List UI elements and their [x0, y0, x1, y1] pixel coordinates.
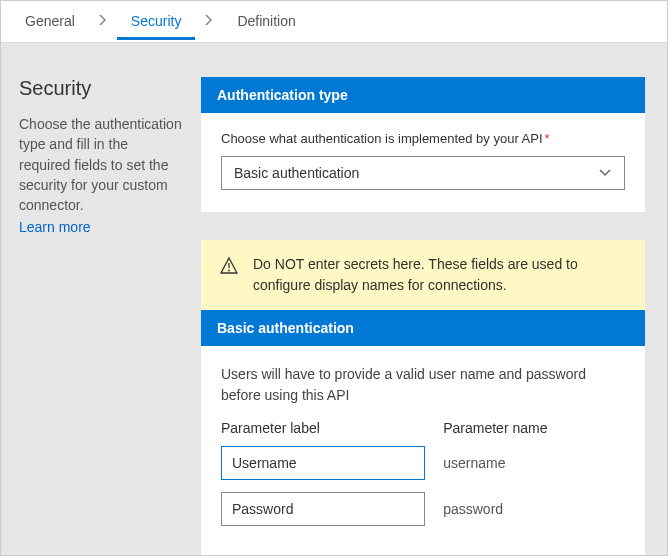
- warning-banner: Do NOT enter secrets here. These fields …: [201, 240, 645, 310]
- auth-type-label: Choose what authentication is implemente…: [221, 131, 625, 146]
- param-columns: Parameter label Parameter name: [221, 420, 625, 436]
- param-row-username: username: [221, 446, 625, 480]
- warning-text: Do NOT enter secrets here. These fields …: [253, 254, 627, 296]
- auth-type-selected: Basic authentication: [234, 165, 359, 181]
- warning-icon: [219, 254, 239, 282]
- basic-auth-card: Do NOT enter secrets here. These fields …: [201, 240, 645, 556]
- username-label-input[interactable]: [221, 446, 425, 480]
- required-marker: *: [545, 131, 550, 146]
- auth-type-select[interactable]: Basic authentication: [221, 156, 625, 190]
- chevron-right-icon: [201, 14, 217, 29]
- svg-point-1: [228, 270, 230, 272]
- chevron-right-icon: [95, 14, 111, 29]
- param-row-password: password: [221, 492, 625, 526]
- password-label-input[interactable]: [221, 492, 425, 526]
- basic-auth-description: Users will have to provide a valid user …: [221, 364, 625, 406]
- sidebar: Security Choose the authentication type …: [1, 77, 201, 555]
- username-param-name: username: [443, 455, 505, 471]
- breadcrumb-tabs: General Security Definition: [1, 1, 667, 43]
- tab-general[interactable]: General: [11, 3, 89, 40]
- tab-security[interactable]: Security: [117, 3, 196, 40]
- chevron-down-icon: [598, 165, 612, 181]
- col-param-label: Parameter label: [221, 420, 443, 436]
- password-param-name: password: [443, 501, 503, 517]
- auth-type-header: Authentication type: [201, 77, 645, 113]
- page-title: Security: [19, 77, 183, 100]
- page-description: Choose the authentication type and fill …: [19, 114, 183, 215]
- auth-type-card: Authentication type Choose what authenti…: [201, 77, 645, 212]
- tab-definition[interactable]: Definition: [223, 3, 309, 40]
- basic-auth-header: Basic authentication: [201, 310, 645, 346]
- learn-more-link[interactable]: Learn more: [19, 219, 91, 235]
- col-param-name: Parameter name: [443, 420, 547, 436]
